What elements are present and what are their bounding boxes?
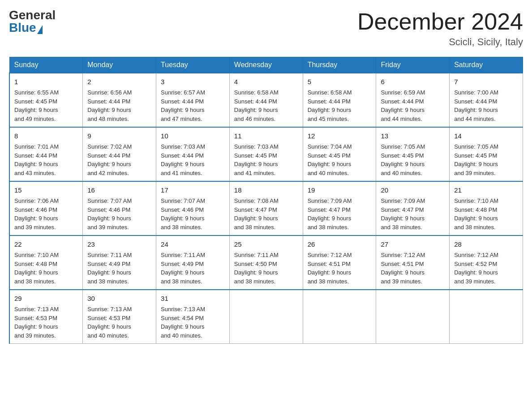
day-info: Sunrise: 7:12 AMSunset: 4:51 PMDaylight:… [308, 252, 352, 285]
day-info: Sunrise: 6:56 AMSunset: 4:44 PMDaylight:… [87, 89, 132, 122]
day-number: 21 [454, 185, 518, 195]
table-row [450, 290, 523, 344]
day-info: Sunrise: 7:13 AMSunset: 4:53 PMDaylight:… [14, 306, 59, 339]
day-info: Sunrise: 7:07 AMSunset: 4:46 PMDaylight:… [161, 197, 205, 231]
calendar-body: 1Sunrise: 6:55 AMSunset: 4:45 PMDaylight… [9, 73, 523, 344]
logo-blue: Blue [9, 21, 36, 34]
logo-general: General [9, 9, 56, 21]
logo-row: Blue [9, 21, 56, 34]
day-info: Sunrise: 7:04 AMSunset: 4:45 PMDaylight:… [308, 143, 352, 176]
day-number: 29 [14, 294, 78, 304]
table-row: 13Sunrise: 7:05 AMSunset: 4:45 PMDayligh… [376, 127, 450, 181]
day-info: Sunrise: 7:07 AMSunset: 4:46 PMDaylight:… [87, 197, 132, 231]
day-number: 14 [454, 131, 518, 141]
day-number: 12 [308, 131, 372, 141]
day-number: 25 [234, 240, 298, 249]
day-number: 30 [87, 294, 151, 304]
day-number: 19 [308, 185, 372, 195]
table-row [303, 290, 376, 344]
table-row: 23Sunrise: 7:11 AMSunset: 4:49 PMDayligh… [83, 235, 156, 290]
week-row-2: 8Sunrise: 7:01 AMSunset: 4:44 PMDaylight… [9, 127, 523, 181]
header-wednesday: Wednesday [229, 57, 303, 73]
day-number: 17 [161, 185, 225, 195]
table-row [376, 290, 450, 344]
day-info: Sunrise: 7:11 AMSunset: 4:49 PMDaylight:… [87, 252, 132, 285]
day-info: Sunrise: 7:02 AMSunset: 4:44 PMDaylight:… [87, 143, 132, 176]
calendar-header: SundayMondayTuesdayWednesdayThursdayFrid… [9, 57, 523, 73]
day-info: Sunrise: 7:12 AMSunset: 4:51 PMDaylight:… [381, 252, 425, 285]
day-info: Sunrise: 6:59 AMSunset: 4:44 PMDaylight:… [381, 89, 425, 122]
day-number: 18 [234, 185, 298, 195]
day-number: 3 [161, 77, 225, 87]
day-info: Sunrise: 7:11 AMSunset: 4:49 PMDaylight:… [161, 252, 205, 285]
day-number: 20 [381, 185, 445, 195]
day-info: Sunrise: 7:05 AMSunset: 4:45 PMDaylight:… [454, 143, 498, 176]
header-monday: Monday [83, 57, 156, 73]
day-number: 16 [87, 185, 151, 195]
table-row [229, 290, 303, 344]
table-row: 11Sunrise: 7:03 AMSunset: 4:45 PMDayligh… [229, 127, 303, 181]
month-title: December 2024 [357, 9, 523, 34]
table-row: 15Sunrise: 7:06 AMSunset: 4:46 PMDayligh… [9, 181, 83, 235]
location: Scicli, Sicily, Italy [357, 36, 523, 48]
table-row: 19Sunrise: 7:09 AMSunset: 4:47 PMDayligh… [303, 181, 376, 235]
day-info: Sunrise: 7:09 AMSunset: 4:47 PMDaylight:… [308, 197, 352, 231]
day-number: 8 [14, 131, 78, 141]
day-info: Sunrise: 7:03 AMSunset: 4:44 PMDaylight:… [161, 143, 205, 176]
table-row: 5Sunrise: 6:58 AMSunset: 4:44 PMDaylight… [303, 73, 376, 127]
day-info: Sunrise: 7:05 AMSunset: 4:45 PMDaylight:… [381, 143, 425, 176]
day-number: 31 [161, 294, 225, 304]
header-sunday: Sunday [9, 57, 83, 73]
day-number: 5 [308, 77, 372, 87]
day-number: 7 [454, 77, 518, 87]
table-row: 8Sunrise: 7:01 AMSunset: 4:44 PMDaylight… [9, 127, 83, 181]
day-number: 9 [87, 131, 151, 141]
table-row: 30Sunrise: 7:13 AMSunset: 4:53 PMDayligh… [83, 290, 156, 344]
day-number: 27 [381, 240, 445, 249]
table-row: 27Sunrise: 7:12 AMSunset: 4:51 PMDayligh… [376, 235, 450, 290]
day-number: 10 [161, 131, 225, 141]
day-info: Sunrise: 7:10 AMSunset: 4:48 PMDaylight:… [14, 252, 59, 285]
table-row: 20Sunrise: 7:09 AMSunset: 4:47 PMDayligh… [376, 181, 450, 235]
day-info: Sunrise: 7:00 AMSunset: 4:44 PMDaylight:… [454, 89, 498, 122]
day-info: Sunrise: 7:01 AMSunset: 4:44 PMDaylight:… [14, 143, 59, 176]
logo-text: General Blue [9, 9, 56, 34]
table-row: 28Sunrise: 7:12 AMSunset: 4:52 PMDayligh… [450, 235, 523, 290]
week-row-4: 22Sunrise: 7:10 AMSunset: 4:48 PMDayligh… [9, 235, 523, 290]
table-row: 6Sunrise: 6:59 AMSunset: 4:44 PMDaylight… [376, 73, 450, 127]
table-row: 4Sunrise: 6:58 AMSunset: 4:44 PMDaylight… [229, 73, 303, 127]
week-row-1: 1Sunrise: 6:55 AMSunset: 4:45 PMDaylight… [9, 73, 523, 127]
table-row: 16Sunrise: 7:07 AMSunset: 4:46 PMDayligh… [83, 181, 156, 235]
day-info: Sunrise: 6:55 AMSunset: 4:45 PMDaylight:… [14, 89, 59, 122]
table-row: 31Sunrise: 7:13 AMSunset: 4:54 PMDayligh… [156, 290, 230, 344]
calendar-table: SundayMondayTuesdayWednesdayThursdayFrid… [9, 57, 523, 344]
table-row: 12Sunrise: 7:04 AMSunset: 4:45 PMDayligh… [303, 127, 376, 181]
day-info: Sunrise: 7:13 AMSunset: 4:53 PMDaylight:… [87, 306, 132, 339]
table-row: 25Sunrise: 7:11 AMSunset: 4:50 PMDayligh… [229, 235, 303, 290]
day-number: 26 [308, 240, 372, 249]
table-row: 14Sunrise: 7:05 AMSunset: 4:45 PMDayligh… [450, 127, 523, 181]
day-info: Sunrise: 6:58 AMSunset: 4:44 PMDaylight:… [308, 89, 352, 122]
day-info: Sunrise: 7:12 AMSunset: 4:52 PMDaylight:… [454, 252, 498, 285]
table-row: 1Sunrise: 6:55 AMSunset: 4:45 PMDaylight… [9, 73, 83, 127]
day-info: Sunrise: 7:06 AMSunset: 4:46 PMDaylight:… [14, 197, 59, 231]
table-row: 21Sunrise: 7:10 AMSunset: 4:48 PMDayligh… [450, 181, 523, 235]
day-info: Sunrise: 7:11 AMSunset: 4:50 PMDaylight:… [234, 252, 279, 285]
day-number: 11 [234, 131, 298, 141]
table-row: 7Sunrise: 7:00 AMSunset: 4:44 PMDaylight… [450, 73, 523, 127]
day-info: Sunrise: 6:58 AMSunset: 4:44 PMDaylight:… [234, 89, 279, 122]
table-row: 10Sunrise: 7:03 AMSunset: 4:44 PMDayligh… [156, 127, 230, 181]
day-info: Sunrise: 7:10 AMSunset: 4:48 PMDaylight:… [454, 197, 498, 231]
week-row-5: 29Sunrise: 7:13 AMSunset: 4:53 PMDayligh… [9, 290, 523, 344]
day-info: Sunrise: 7:13 AMSunset: 4:54 PMDaylight:… [161, 306, 205, 339]
table-row: 9Sunrise: 7:02 AMSunset: 4:44 PMDaylight… [83, 127, 156, 181]
table-row: 22Sunrise: 7:10 AMSunset: 4:48 PMDayligh… [9, 235, 83, 290]
logo-triangle-icon [37, 25, 43, 34]
day-number: 2 [87, 77, 151, 87]
day-number: 23 [87, 240, 151, 249]
day-info: Sunrise: 7:08 AMSunset: 4:47 PMDaylight:… [234, 197, 279, 231]
header-friday: Friday [376, 57, 450, 73]
day-number: 1 [14, 77, 78, 87]
week-row-3: 15Sunrise: 7:06 AMSunset: 4:46 PMDayligh… [9, 181, 523, 235]
header-tuesday: Tuesday [156, 57, 230, 73]
